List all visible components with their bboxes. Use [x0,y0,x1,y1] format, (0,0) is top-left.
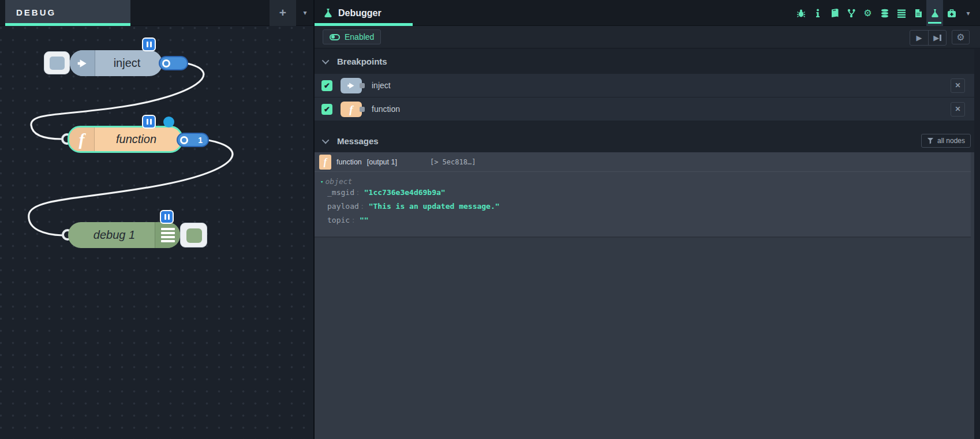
message-filter-button[interactable]: all nodes [921,134,971,148]
function-output-port-breakpoint[interactable]: 1 [177,133,209,147]
filter-label: all nodes [937,137,965,145]
sidebar-tab-debug-messages[interactable] [792,0,809,26]
node-debug[interactable]: debug 1 [68,222,180,248]
debugger-settings-button[interactable]: ⚙ [952,30,970,44]
chevron-down-icon: ▾ [303,9,306,17]
inject-trigger-inner [50,57,65,70]
function-icon-region: f [69,127,95,151]
flow-canvas[interactable]: inject f function 1 deb [0,26,313,439]
inject-icon-region [70,50,95,76]
sidebar-header: Debugger [315,0,980,26]
tab-debug-flow[interactable]: DEBUG [5,0,130,26]
database-icon [880,9,889,18]
debug-toggle-button[interactable] [180,223,207,247]
breakpoint-row-inject: ✔ inject ✕ [315,74,980,97]
node-changed-dot [163,117,174,127]
chevron-down-icon [322,57,330,65]
node-label: function [95,127,178,151]
port-ring-icon [162,59,170,67]
debugger-sidebar: Debugger [313,0,980,439]
debugger-body: Breakpoints ✔ inject ✕ ✔ [315,49,980,439]
breakpoint-pause-badge-debug[interactable] [160,210,174,224]
messages-list: f function [output 1] [> 5ec818…] ▾ obje… [315,152,980,439]
message-id-link[interactable]: [> 5ec818…] [430,158,476,166]
triangle-down-icon: ▾ [320,179,323,185]
sidebar-tab-more[interactable]: ▾ [960,0,977,26]
sidebar-tab-help[interactable] [826,0,843,26]
tree-value: "This is an updated message." [369,202,500,211]
remove-breakpoint-button[interactable]: ✕ [951,102,965,117]
bug-icon [796,9,806,18]
messages-section-header[interactable]: Messages all nodes [315,129,980,152]
sidebar-tab-context-data[interactable] [876,0,893,26]
enabled-label: Enabled [345,32,374,42]
file-icon [914,9,923,18]
sidebar-tab-debugger[interactable] [926,0,943,26]
inject-output-port-breakpoint[interactable] [159,56,188,70]
plus-icon: + [279,6,286,19]
breakpoint-checkbox[interactable]: ✔ [321,80,332,91]
flow-tab-label: DEBUG [5,0,130,25]
chevron-down-icon: ▾ [966,9,970,17]
list-icon [897,9,906,18]
sidebar-tab-settings[interactable]: ⚙ [859,0,876,26]
run-controls: ▶ ▶ ⚙ [910,30,970,46]
tree-key: payload [327,202,369,211]
inject-arrow-icon [347,81,356,90]
resume-button[interactable]: ▶ [910,31,928,45]
breakpoint-pause-badge-function[interactable] [142,115,156,129]
git-branch-icon [847,9,856,18]
function-node-icon: f [341,102,362,117]
breakpoint-pause-badge-inject[interactable] [142,37,156,51]
tree-value: "1cc736e3e4d69b9a" [364,188,446,197]
gear-icon: ⚙ [956,32,964,43]
medkit-icon [947,9,956,18]
tree-value: "" [360,216,369,224]
message-output-label: [output 1] [367,158,397,166]
debug-message[interactable]: f function [output 1] [> 5ec818…] ▾ obje… [315,152,971,238]
queued-message-count: 1 [198,136,203,145]
play-icon: ▶ [917,33,922,42]
sidebar-tab-strip: ⚙ [792,0,977,26]
sidebar-tab-info[interactable] [809,0,826,26]
sidebar-tab-medkit[interactable] [943,0,960,26]
debug-icon-region [155,222,180,248]
scrollbar-track[interactable] [974,49,980,439]
breakpoints-section-header[interactable]: Breakpoints [315,49,980,74]
tree-key: _msgid [327,188,364,197]
message-source-node: function [336,158,362,166]
node-inject[interactable]: inject [70,50,162,76]
inject-arrow-icon [77,58,88,69]
breakpoint-checkbox[interactable]: ✔ [321,104,332,115]
add-flow-button[interactable]: + [270,0,296,26]
node-label: inject [95,50,159,76]
step-button[interactable]: ▶ [928,31,946,45]
inject-node-icon [341,78,362,93]
breakpoint-label: function [372,104,400,114]
breakpoints-list: ✔ inject ✕ ✔ f func [315,74,980,121]
breakpoint-label: inject [372,81,391,90]
sidebar-tab-config-nodes[interactable] [843,0,859,26]
workspace-tabbar: DEBUG + ▾ [0,0,313,26]
sidebar-tab-docs[interactable] [910,0,926,26]
inject-trigger-button[interactable] [44,51,70,74]
object-label: object [325,177,352,186]
message-body: ▾ object _msgid"1cc736e3e4d69b9a" payloa… [315,172,971,237]
remove-breakpoint-button[interactable]: ✕ [951,78,965,93]
tree-entry: topic"" [320,213,971,227]
book-icon [830,9,839,18]
tree-entry: payload"This is an updated message." [320,200,971,213]
node-function[interactable]: f function [68,126,183,153]
breakpoints-title: Breakpoints [337,57,387,66]
funnel-icon [927,137,934,144]
port-ring-icon [180,136,188,144]
debugger-enabled-toggle[interactable]: Enabled [323,29,381,44]
flow-list-button[interactable]: ▾ [297,0,313,26]
flask-icon [323,8,333,18]
flow-workspace: DEBUG + ▾ [0,0,313,439]
debugger-title-tab[interactable]: Debugger [315,0,413,26]
function-node-icon: f [319,155,331,170]
tree-entry: _msgid"1cc736e3e4d69b9a" [320,186,971,200]
sidebar-tab-catalog[interactable] [893,0,910,26]
object-tree-root[interactable]: ▾ object [320,177,971,186]
